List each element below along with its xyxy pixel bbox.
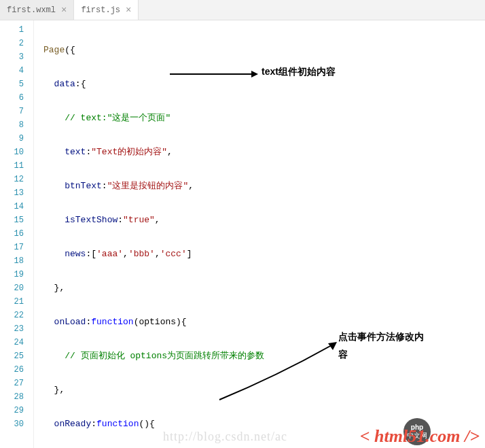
code-line: onLoad:function(options){ (43, 315, 485, 329)
code-line: }, (43, 383, 485, 397)
code-line: text:"Text的初始内容", (43, 145, 485, 159)
line-number: 25 (0, 349, 33, 363)
line-number: 28 (0, 390, 33, 404)
line-number: 7 (0, 105, 33, 118)
code-line: }, (43, 281, 485, 295)
line-number: 19 (0, 268, 33, 281)
logo-text: < html51.com /> (360, 426, 480, 447)
line-number: 22 (0, 309, 33, 322)
line-number: 14 (0, 200, 33, 213)
line-number: 21 (0, 295, 33, 309)
line-number: 6 (0, 91, 33, 105)
code-line: // text:"这是一个页面" (43, 111, 485, 125)
watermark-text: http://blog.csdn.net/ac (163, 430, 287, 444)
code-line: data:{ (43, 77, 485, 91)
line-number: 29 (0, 404, 33, 417)
line-number: 2 (0, 37, 33, 50)
tab-label: first.js (81, 5, 120, 15)
code-area[interactable]: Page({ data:{ // text:"这是一个页面" text:"Tex… (34, 20, 485, 448)
line-number: 17 (0, 241, 33, 254)
line-number: 4 (0, 64, 33, 77)
line-number: 12 (0, 173, 33, 186)
annotation-2: 点击事件方法修改内 容 (338, 328, 424, 363)
line-number: 1 (0, 23, 33, 37)
line-number: 16 (0, 227, 33, 241)
line-number: 24 (0, 336, 33, 349)
line-number: 27 (0, 377, 33, 390)
line-number: 9 (0, 132, 33, 145)
line-number: 20 (0, 281, 33, 295)
tab-first-wxml[interactable]: first.wxml × (0, 0, 74, 20)
close-icon[interactable]: × (61, 5, 67, 16)
line-number: 30 (0, 417, 33, 431)
close-icon[interactable]: × (126, 5, 131, 16)
line-number: 8 (0, 118, 33, 132)
line-number: 11 (0, 159, 33, 173)
line-number: 13 (0, 186, 33, 200)
line-number: 18 (0, 254, 33, 268)
line-gutter: 1 2 3 4 5 6 7 8 9 10 11 12 13 14 15 16 1… (0, 20, 34, 448)
line-number: 3 (0, 50, 33, 64)
line-number: 5 (0, 77, 33, 91)
code-line: Page({ (43, 44, 485, 57)
line-number: 26 (0, 363, 33, 377)
line-number: 15 (0, 213, 33, 227)
code-line: news:['aaa','bbb','ccc'] (43, 247, 485, 261)
tab-first-js[interactable]: first.js × (74, 0, 139, 20)
line-number: 23 (0, 322, 33, 336)
code-line: isTextShow:"true", (43, 213, 485, 227)
line-number: 10 (0, 145, 33, 159)
annotation-1: text组件初始内容 (262, 66, 336, 78)
tab-label: first.wxml (7, 5, 56, 15)
code-line: btnText:"这里是按钮的内容", (43, 179, 485, 193)
tab-bar: first.wxml × first.js × (0, 0, 485, 20)
editor-area[interactable]: 1 2 3 4 5 6 7 8 9 10 11 12 13 14 15 16 1… (0, 20, 485, 448)
